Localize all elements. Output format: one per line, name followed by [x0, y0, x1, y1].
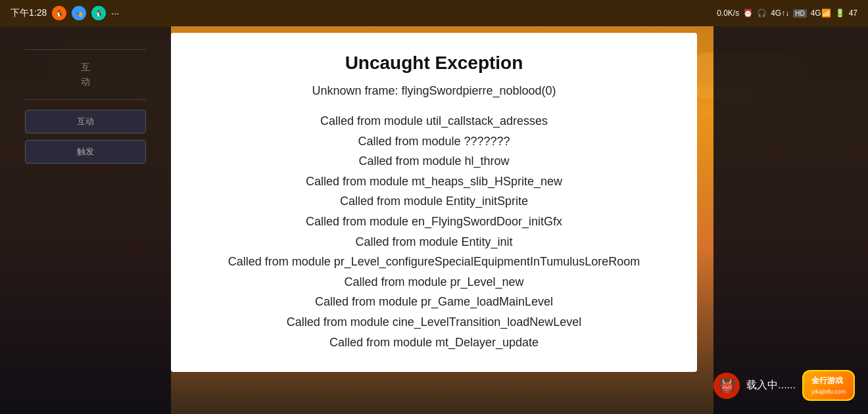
stack-line-10: Called from module pr_Game_loadMainLevel — [197, 292, 671, 312]
app-icon-2: 🎭 — [72, 6, 86, 20]
headphone-icon: 🎧 — [757, 9, 767, 18]
dialog-overlay: Uncaught Exception Unknown frame: flying… — [0, 26, 868, 414]
battery-icon: 🔋 — [835, 9, 845, 18]
stack-line-6: Called from module en_FlyingSwordDoor_in… — [197, 212, 671, 232]
dialog-title: Uncaught Exception — [197, 53, 671, 74]
stack-line-11: Called from module cine_LevelTransition_… — [197, 312, 671, 333]
stack-line-2: Called from module ??????? — [197, 131, 671, 152]
exception-dialog: Uncaught Exception Unknown frame: flying… — [171, 33, 697, 372]
status-left: 下午1:28 🐧 🎭 🐧 ··· — [11, 6, 119, 20]
stack-line-9: Called from module pr_Level_new — [197, 272, 671, 292]
status-right: 0.0K/s ⏰ 🎧 4G↑↓ HD 4G📶 🔋 47 — [717, 9, 857, 18]
dialog-subtitle: Unknown frame: flyingSwordpierre_noblood… — [197, 84, 671, 98]
battery-level: 47 — [849, 9, 857, 18]
status-time: 下午1:28 — [11, 7, 47, 19]
stack-line-12: Called from module mt_Delayer_update — [197, 333, 671, 353]
app-icon-3: 🐧 — [91, 6, 106, 20]
hd-icon: HD — [793, 9, 806, 18]
network-speed: 0.0K/s — [717, 9, 739, 18]
stack-line-8: Called from module pr_Level_configureSpe… — [197, 252, 671, 272]
status-bar: 下午1:28 🐧 🎭 🐧 ··· 0.0K/s ⏰ 🎧 4G↑↓ HD 4G📶 … — [0, 0, 868, 26]
stack-line-5: Called from module Entity_initSprite — [197, 191, 671, 212]
signal-4g: 4G↑↓ — [771, 9, 789, 18]
stack-line-7: Called from module Entity_init — [197, 232, 671, 252]
status-dots: ··· — [111, 8, 119, 18]
alarm-icon: ⏰ — [743, 9, 753, 18]
stack-line-1: Called from module util_callstack_adress… — [197, 111, 671, 131]
stack-line-3: Called from module hl_throw — [197, 151, 671, 172]
stack-line-4: Called from module mt_heaps_slib_HSprite… — [197, 172, 671, 192]
signal-4g-2: 4G📶 — [811, 9, 831, 18]
app-icon-1: 🐧 — [52, 6, 66, 20]
dialog-stack: Called from module util_callstack_adress… — [197, 111, 671, 352]
